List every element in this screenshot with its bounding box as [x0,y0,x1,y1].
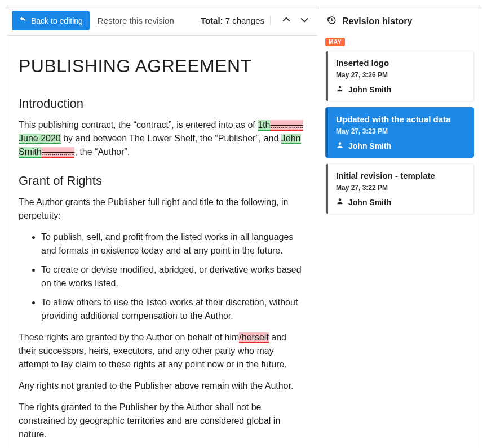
user-icon [336,85,344,94]
total-changes: Total: 7 changes [201,16,271,25]
revision-card-selected[interactable]: Updated with the actual data May 27, 3:2… [325,107,474,158]
revision-author: John Smith [336,197,467,207]
total-label: Total: [201,16,223,25]
document-column: Back to editing Restore this revision To… [6,6,318,448]
deletion: ................. [270,120,303,131]
change-nav [278,13,312,29]
heading-introduction: Introduction [19,94,306,113]
list-item: To create or devise modified, abridged, … [41,263,306,290]
prev-change-button[interactable] [278,13,294,29]
insertion: 1th [258,120,270,131]
revision-history-title: Revision history [342,16,412,26]
revision-card[interactable]: Initial revision - template May 27, 3:22… [325,163,474,214]
revision-time: May 27, 3:22 PM [336,184,467,192]
revision-author: John Smith [336,85,467,94]
svg-point-1 [339,86,342,88]
intro-paragraph: This publishing contract, the “contract”… [19,118,306,159]
undo-icon [19,15,28,26]
revision-author: John Smith [336,141,467,150]
doc-title: PUBLISHING AGREEMENT [19,52,306,79]
grant-intro: The Author grants the Publisher full rig… [19,196,306,223]
chevron-down-icon [299,14,310,28]
chevron-up-icon [281,14,292,28]
revision-card[interactable]: Inserted logo May 27, 3:26 PM John Smith [325,51,474,101]
app-frame: Back to editing Restore this revision To… [6,6,481,448]
restore-revision-link[interactable]: Restore this revision [98,16,174,25]
revision-title: Initial revision - template [336,171,467,180]
user-icon [336,197,344,207]
revision-history-header: Revision history [325,12,474,34]
list-item: To publish, sell, and profit from the li… [41,230,306,258]
grant-p3: Any rights not granted to the Publisher … [19,379,306,393]
back-button-label: Back to editing [31,16,83,25]
svg-point-2 [339,142,342,145]
grant-p4: The rights granted to the Publisher by t… [19,401,306,441]
history-icon [326,15,337,28]
list-item: To allow others to use the listed works … [41,296,306,323]
grant-p2: These rights are granted by the Author o… [19,331,306,371]
deletion: /herself [239,332,268,343]
heading-grant: Grant of Rights [19,171,306,190]
revision-title: Updated with the actual data [336,114,467,124]
total-changes-value: 7 changes [225,16,264,25]
revision-title: Inserted logo [336,58,467,68]
insertion: June 2020 [19,134,61,144]
revision-time: May 27, 3:23 PM [336,127,467,135]
document-body: PUBLISHING AGREEMENT Introduction This p… [6,36,318,448]
revision-history-panel: Revision history MAY Inserted logo May 2… [318,6,481,448]
month-badge: MAY [325,38,345,46]
back-to-editing-button[interactable]: Back to editing [12,11,90,30]
deletion: ................. [42,147,75,158]
svg-point-3 [339,198,342,201]
next-change-button[interactable] [296,13,312,29]
user-icon [336,141,344,150]
toolbar: Back to editing Restore this revision To… [6,6,318,36]
grant-list: To publish, sell, and profit from the li… [19,230,306,323]
revision-time: May 27, 3:26 PM [336,71,467,79]
